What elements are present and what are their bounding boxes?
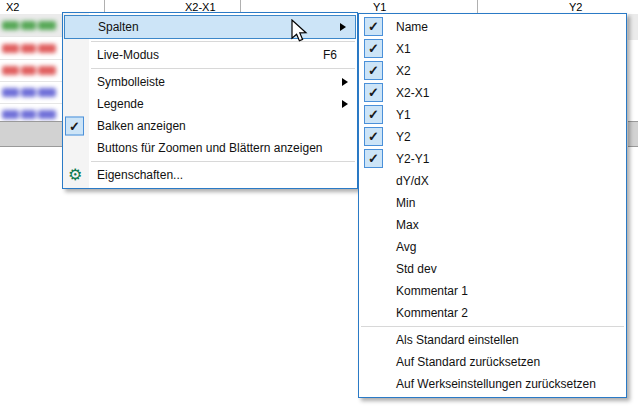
table-row[interactable]: [0, 37, 62, 60]
table-group-band: [628, 121, 638, 147]
checked-checkbox: ✓: [364, 17, 383, 36]
table-row[interactable]: [0, 14, 62, 37]
submenu-item-y1[interactable]: ✓ Y1: [359, 104, 626, 126]
submenu-item-label: Auf Standard zurücksetzen: [396, 355, 540, 369]
redacted-cell: [2, 110, 56, 119]
check-icon: ✓: [368, 63, 379, 78]
submenu-item-label: Name: [396, 20, 428, 34]
submenu-item-x2-x1[interactable]: ✓ X2-X1: [359, 82, 626, 104]
submenu-item-label: X2: [396, 64, 411, 78]
submenu-item-als-standard-einstellen[interactable]: Als Standard einstellen: [359, 329, 626, 351]
table-row-edge: [628, 86, 638, 110]
check-icon: ✓: [368, 19, 379, 34]
submenu-item-label: Y1: [396, 108, 411, 122]
redacted-cell: [2, 66, 56, 75]
checked-checkbox: ✓: [364, 149, 383, 168]
check-icon: ✓: [368, 41, 379, 56]
check-icon: ✓: [69, 119, 80, 134]
redacted-cell: [2, 44, 56, 53]
context-menu: Spalten Live-Modus F6 Symbolleiste Legen…: [62, 12, 358, 189]
column-header-y1[interactable]: Y1: [373, 1, 386, 13]
submenu-item-label: Als Standard einstellen: [396, 333, 519, 347]
menu-item-buttons-zoomen[interactable]: Buttons für Zoomen und Blättern anzeigen: [63, 137, 357, 159]
table-group-band: [0, 121, 62, 147]
menu-item-label: Live-Modus: [97, 48, 159, 62]
app-screen: X2 X2-X1 Y1 Y2 Spalten Live-Modus F6 Sym…: [0, 0, 638, 406]
submenu-item-label: Std dev: [396, 262, 437, 276]
menu-item-label: Eigenschaften...: [97, 168, 183, 182]
menu-item-live-modus[interactable]: Live-Modus F6: [63, 44, 357, 66]
submenu-item-x1[interactable]: ✓ X1: [359, 38, 626, 60]
column-divider: [477, 0, 478, 14]
submenu-item-label: Avg: [396, 240, 416, 254]
submenu-item-dy-dx[interactable]: dY/dX: [359, 170, 626, 192]
checked-checkbox: ✓: [65, 117, 84, 136]
menu-item-eigenschaften[interactable]: ⚙ Eigenschaften...: [63, 164, 357, 186]
menu-item-balken-anzeigen[interactable]: ✓ Balken anzeigen: [63, 115, 357, 137]
submenu-item-avg[interactable]: Avg: [359, 236, 626, 258]
check-icon: ✓: [368, 85, 379, 100]
table-row-edge: [628, 14, 638, 41]
menu-item-label: Symbolleiste: [97, 75, 165, 89]
submenu-item-label: Auf Werkseinstellungen zurücksetzen: [396, 377, 596, 391]
submenu-item-label: dY/dX: [396, 174, 429, 188]
menu-item-label: Legende: [97, 97, 144, 111]
submenu-item-kommentar-2[interactable]: Kommentar 2: [359, 302, 626, 324]
menu-separator: [361, 326, 624, 327]
redacted-cell: [2, 21, 56, 30]
submenu-item-std-dev[interactable]: Std dev: [359, 258, 626, 280]
gear-icon: ⚙: [68, 167, 82, 183]
submenu-item-name[interactable]: ✓ Name: [359, 16, 626, 38]
submenu-item-auf-standard-zuruecksetzen[interactable]: Auf Standard zurücksetzen: [359, 351, 626, 373]
submenu-item-kommentar-1[interactable]: Kommentar 1: [359, 280, 626, 302]
submenu-item-label: X1: [396, 42, 411, 56]
menu-separator: [91, 161, 355, 162]
checked-checkbox: ✓: [364, 83, 383, 102]
submenu-item-label: Kommentar 2: [396, 306, 468, 320]
submenu-item-max[interactable]: Max: [359, 214, 626, 236]
check-icon: ✓: [368, 151, 379, 166]
mouse-cursor: [291, 19, 309, 45]
submenu-arrow-icon: [342, 100, 348, 108]
redacted-cell: [2, 88, 56, 97]
submenu-arrow-icon: [342, 78, 348, 86]
menu-item-label: Buttons für Zoomen und Blättern anzeigen: [97, 141, 322, 155]
submenu-item-label: Y2: [396, 130, 411, 144]
submenu-item-x2[interactable]: ✓ X2: [359, 60, 626, 82]
submenu-item-label: Y2-Y1: [396, 152, 429, 166]
table-row-edge: [628, 63, 638, 87]
table-row[interactable]: [0, 59, 62, 82]
column-header-x2[interactable]: X2: [6, 1, 19, 13]
table-row[interactable]: [0, 81, 62, 104]
column-header-y2[interactable]: Y2: [569, 1, 582, 13]
menu-item-symbolleiste[interactable]: Symbolleiste: [63, 71, 357, 93]
submenu-item-y2-y1[interactable]: ✓ Y2-Y1: [359, 148, 626, 170]
menu-item-legende[interactable]: Legende: [63, 93, 357, 115]
checked-checkbox: ✓: [364, 127, 383, 146]
checked-checkbox: ✓: [364, 39, 383, 58]
submenu-item-label: Min: [396, 196, 415, 210]
menu-item-label: Balken anzeigen: [97, 119, 186, 133]
spalten-submenu: ✓ Name ✓ X1 ✓ X2 ✓ X2-X1 ✓ Y1 ✓ Y2 ✓ Y2-…: [358, 13, 627, 398]
checked-checkbox: ✓: [364, 105, 383, 124]
submenu-item-label: Kommentar 1: [396, 284, 468, 298]
shortcut-label: F6: [323, 48, 349, 62]
submenu-item-label: Max: [396, 218, 419, 232]
table-row-edge: [628, 40, 638, 64]
submenu-item-min[interactable]: Min: [359, 192, 626, 214]
submenu-item-label: X2-X1: [396, 86, 429, 100]
submenu-item-y2[interactable]: ✓ Y2: [359, 126, 626, 148]
menu-separator: [91, 41, 355, 42]
menu-separator: [91, 68, 355, 69]
submenu-arrow-icon: [340, 23, 346, 31]
check-icon: ✓: [368, 107, 379, 122]
submenu-item-auf-werkseinstellungen-zuruecksetzen[interactable]: Auf Werkseinstellungen zurücksetzen: [359, 373, 626, 395]
menu-item-label: Spalten: [98, 20, 139, 34]
checked-checkbox: ✓: [364, 61, 383, 80]
menu-item-spalten[interactable]: Spalten: [64, 15, 356, 39]
check-icon: ✓: [368, 129, 379, 144]
